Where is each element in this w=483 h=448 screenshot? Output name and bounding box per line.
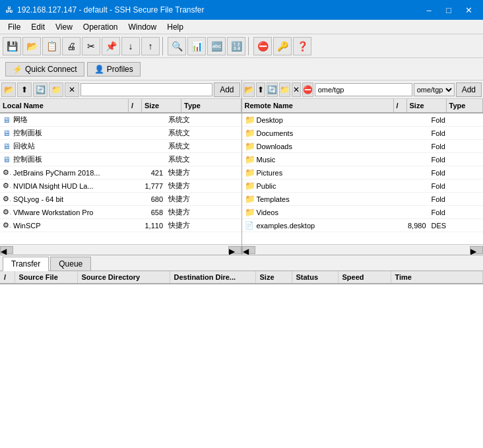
panels-container: 📂 ⬆ 🔄 📁 ✕ Add Local Name / Size Type 🖥 网… bbox=[0, 80, 483, 255]
remote-name-cell: Public bbox=[254, 182, 389, 190]
local-col-size[interactable]: Size bbox=[142, 99, 181, 112]
toolbar-text-button[interactable]: 🔤 bbox=[207, 37, 226, 55]
local-col-sort[interactable]: / bbox=[129, 99, 142, 112]
local-col-type[interactable]: Type bbox=[181, 99, 242, 112]
remote-name-cell: Desktop bbox=[254, 116, 389, 124]
toolbar-chart-button[interactable]: 📊 bbox=[187, 37, 206, 55]
toolbar-upload-button[interactable]: ↑ bbox=[141, 37, 160, 55]
menu-item-file[interactable]: File bbox=[3, 21, 26, 33]
remote-file-list: 📁 Desktop Fold 📁 Documents Fold 📁 Downlo… bbox=[242, 113, 484, 244]
file-type-cell: 快捷方 bbox=[166, 181, 202, 191]
toolbar-cut-button[interactable]: ✂ bbox=[82, 37, 100, 55]
remote-path-dropdown[interactable]: ome/tgp bbox=[414, 83, 455, 96]
remote-hscroll-left[interactable]: ◀ bbox=[242, 246, 255, 254]
list-item[interactable]: 📁 Music Fold bbox=[242, 153, 484, 166]
list-item[interactable]: 📁 Downloads Fold bbox=[242, 140, 484, 153]
tcol-size[interactable]: Size bbox=[255, 271, 292, 284]
remote-icon-cell: 📁 bbox=[242, 168, 254, 177]
minimize-button[interactable]: – bbox=[420, 3, 438, 16]
menu-item-view[interactable]: View bbox=[50, 21, 78, 33]
transfer-tab[interactable]: Transfer bbox=[3, 257, 49, 271]
remote-hscroll-right[interactable]: ▶ bbox=[470, 246, 483, 254]
tcol-dest-dir[interactable]: Destination Dire... bbox=[170, 271, 255, 284]
list-item[interactable]: 📁 Templates Fold bbox=[242, 193, 484, 206]
tcol-status[interactable]: Status bbox=[292, 271, 338, 284]
remote-refresh-button[interactable]: 🔄 bbox=[267, 82, 278, 97]
tcol-time[interactable]: Time bbox=[391, 271, 483, 284]
local-hscroll[interactable]: ◀ ▶ bbox=[0, 244, 242, 255]
local-col-name[interactable]: Local Name bbox=[0, 99, 129, 112]
list-item[interactable]: ⚙ VMware Workstation Pro 658 快捷方 bbox=[0, 206, 242, 219]
local-newfolder-button[interactable]: 📁 bbox=[49, 82, 63, 97]
list-item[interactable]: ⚙ WinSCP 1,110 快捷方 bbox=[0, 219, 242, 232]
list-item[interactable]: 📁 Desktop Fold bbox=[242, 113, 484, 127]
local-navigate-button[interactable]: 📂 bbox=[1, 82, 16, 97]
quick-connect-button[interactable]: ⚡ Quick Connect bbox=[5, 62, 84, 77]
toolbar-stop-button[interactable]: ⛔ bbox=[253, 37, 272, 55]
local-delete-button[interactable]: ✕ bbox=[65, 82, 79, 97]
file-size-cell: 421 bbox=[126, 169, 166, 177]
file-size-cell: 1,777 bbox=[126, 182, 166, 190]
menu-item-edit[interactable]: Edit bbox=[26, 21, 50, 33]
menu-item-help[interactable]: Help bbox=[162, 21, 189, 33]
remote-navigate-button[interactable]: 📂 bbox=[243, 82, 255, 97]
file-type-cell: 系统文 bbox=[166, 141, 202, 151]
toolbar-open-button[interactable]: 📂 bbox=[22, 37, 41, 55]
toolbar-bookmark-button[interactable]: 📌 bbox=[102, 37, 120, 55]
queue-tab[interactable]: Queue bbox=[50, 257, 91, 271]
remote-col-type[interactable]: Type bbox=[447, 99, 484, 112]
list-item[interactable]: ⚙ JetBrains PyCharm 2018... 421 快捷方 bbox=[0, 166, 242, 179]
toolbar-download-button[interactable]: ↓ bbox=[121, 37, 140, 55]
menu-item-window[interactable]: Window bbox=[123, 21, 162, 33]
file-icon-cell: 🖥 bbox=[0, 142, 11, 151]
local-refresh-button[interactable]: 🔄 bbox=[33, 82, 48, 97]
toolbar-print-button[interactable]: 🖨 bbox=[62, 37, 80, 55]
tcol-source-dir[interactable]: Source Directory bbox=[77, 271, 170, 284]
local-up-button[interactable]: ⬆ bbox=[17, 82, 32, 97]
remote-up-button[interactable]: ⬆ bbox=[256, 82, 265, 97]
close-button[interactable]: ✕ bbox=[459, 3, 478, 16]
toolbar-numbers-button[interactable]: 🔢 bbox=[227, 37, 245, 55]
toolbar-save-button[interactable]: 💾 bbox=[3, 37, 21, 55]
local-add-button[interactable]: Add bbox=[214, 82, 240, 97]
local-hscroll-right[interactable]: ▶ bbox=[228, 246, 242, 254]
quick-connect-icon: ⚡ bbox=[13, 65, 22, 74]
file-icon-cell: 🖥 bbox=[0, 129, 11, 138]
maximize-button[interactable]: □ bbox=[439, 3, 458, 16]
list-item[interactable]: ⚙ NVIDIA Nsight HUD La... 1,777 快捷方 bbox=[0, 179, 242, 193]
list-item[interactable]: 🖥 网络 系统文 bbox=[0, 113, 242, 127]
list-item[interactable]: 🖥 回收站 系统文 bbox=[0, 140, 242, 153]
tcol-source-file[interactable]: Source File bbox=[15, 271, 77, 284]
list-item[interactable]: 🖥 控制面板 系统文 bbox=[0, 127, 242, 140]
remote-col-size[interactable]: Size bbox=[407, 99, 447, 112]
remote-stop-button[interactable]: ⛔ bbox=[302, 82, 313, 97]
toolbar-copy-button[interactable]: 📋 bbox=[42, 37, 61, 55]
remote-path-input[interactable] bbox=[315, 83, 412, 96]
remote-delete-button[interactable]: ✕ bbox=[292, 82, 301, 97]
list-item[interactable]: ⚙ SQLyog - 64 bit 680 快捷方 bbox=[0, 193, 242, 206]
toolbar-help-button[interactable]: ❓ bbox=[293, 37, 311, 55]
file-size-cell: 658 bbox=[126, 208, 166, 216]
local-hscroll-left[interactable]: ◀ bbox=[0, 246, 13, 254]
tcol-speed[interactable]: Speed bbox=[338, 271, 391, 284]
local-path-input[interactable] bbox=[80, 83, 212, 96]
remote-newfolder-button[interactable]: 📁 bbox=[279, 82, 290, 97]
list-item[interactable]: 📁 Documents Fold bbox=[242, 127, 484, 140]
remote-col-name[interactable]: Remote Name bbox=[242, 99, 394, 112]
list-item[interactable]: 📁 Videos Fold bbox=[242, 206, 484, 219]
profiles-button[interactable]: 👤 Profiles bbox=[87, 62, 141, 77]
file-name-cell: VMware Workstation Pro bbox=[11, 208, 126, 216]
toolbar-key-button[interactable]: 🔑 bbox=[273, 37, 292, 55]
list-item[interactable]: 🖥 控制面板 系统文 bbox=[0, 153, 242, 166]
menu-item-operation[interactable]: Operation bbox=[78, 21, 123, 33]
remote-hscroll[interactable]: ◀ ▶ bbox=[242, 244, 484, 255]
list-item[interactable]: 📄 examples.desktop 8,980 DES bbox=[242, 219, 484, 232]
list-item[interactable]: 📁 Pictures Fold bbox=[242, 166, 484, 179]
list-item[interactable]: 📁 Public Fold bbox=[242, 179, 484, 193]
tcol-dir[interactable]: / bbox=[0, 271, 15, 284]
toolbar-find-button[interactable]: 🔍 bbox=[168, 37, 186, 55]
file-type-cell: 快捷方 bbox=[166, 207, 202, 217]
remote-add-button[interactable]: Add bbox=[456, 82, 482, 97]
file-name-cell: 网络 bbox=[11, 115, 126, 125]
remote-col-sort[interactable]: / bbox=[394, 99, 407, 112]
